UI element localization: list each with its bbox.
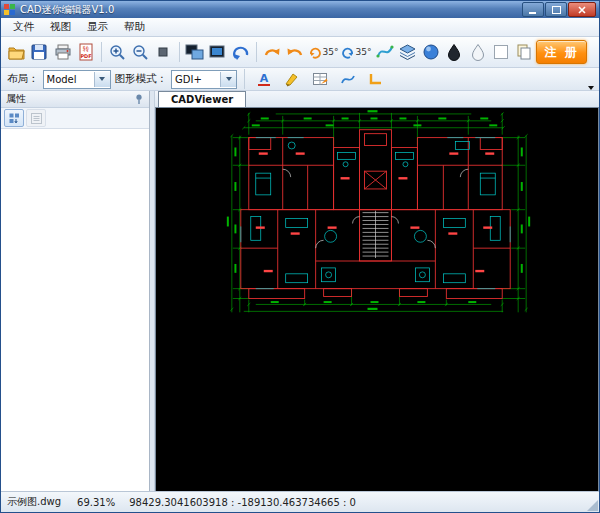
layers-button[interactable] bbox=[397, 39, 419, 65]
resize-grip[interactable] bbox=[587, 500, 598, 511]
graphics-mode-label: 图形模式： bbox=[115, 72, 168, 86]
print-button[interactable] bbox=[52, 39, 74, 65]
window-extents-button[interactable] bbox=[207, 39, 229, 65]
linetype-button[interactable] bbox=[308, 69, 332, 90]
menu-view[interactable]: 视图 bbox=[42, 19, 79, 35]
redo-rotate-button[interactable] bbox=[284, 39, 306, 65]
main-area: CADViewer bbox=[155, 91, 599, 491]
zoom-in-button[interactable] bbox=[106, 39, 128, 65]
register-button[interactable]: 注 册 bbox=[536, 40, 587, 64]
rotate-left-35-button[interactable]: 35° bbox=[308, 39, 340, 65]
window-fit-icon bbox=[185, 43, 204, 61]
title-bar: CAD迷你编辑器V1.0 bbox=[1, 1, 599, 18]
minimize-icon bbox=[529, 6, 537, 14]
open-folder-icon bbox=[7, 43, 26, 61]
zoom-in-icon bbox=[108, 43, 126, 61]
properties-list[interactable] bbox=[1, 129, 149, 491]
pan-back-button[interactable] bbox=[230, 39, 252, 65]
tab-cadviewer[interactable]: CADViewer bbox=[158, 91, 246, 107]
maximize-icon bbox=[552, 6, 561, 14]
properties-title: 属性 bbox=[6, 92, 26, 106]
tab-strip: CADViewer bbox=[155, 91, 599, 107]
rotate-right-35-button[interactable]: 35° bbox=[340, 39, 372, 65]
undo-arrow-icon bbox=[263, 43, 281, 61]
toolbar-separator bbox=[256, 42, 257, 62]
polyline-button[interactable] bbox=[336, 69, 360, 90]
ink-dark-button[interactable] bbox=[443, 39, 465, 65]
sort-categorized-button[interactable] bbox=[4, 109, 24, 127]
corner-icon bbox=[368, 71, 384, 87]
menu-display[interactable]: 显示 bbox=[79, 19, 116, 35]
toolbar-separator bbox=[244, 69, 245, 89]
menu-help[interactable]: 帮助 bbox=[116, 19, 153, 35]
sort-grid-icon bbox=[9, 113, 20, 124]
minimize-button[interactable] bbox=[522, 2, 544, 17]
app-icon bbox=[4, 4, 16, 16]
content-area: 属性 CADViewer bbox=[1, 91, 599, 491]
copy-icon bbox=[515, 43, 533, 61]
app-window: CAD迷你编辑器V1.0 文件 视图 显示 帮助 转PDF 35° 35° bbox=[0, 0, 600, 513]
ink-light-button[interactable] bbox=[466, 39, 488, 65]
stop-icon bbox=[154, 43, 172, 61]
status-coordinates: 98429.3041603918 : -189130.463734665 : 0 bbox=[129, 497, 356, 508]
layout-label: 布局： bbox=[7, 72, 39, 86]
linetype-grid-icon bbox=[312, 71, 328, 87]
background-white-button[interactable] bbox=[490, 39, 512, 65]
layout-select[interactable]: Model bbox=[43, 70, 111, 89]
close-button[interactable] bbox=[568, 2, 596, 17]
toolbar-separator bbox=[101, 42, 102, 62]
tab-list-dropdown[interactable] bbox=[588, 90, 594, 103]
undo-rotate-button[interactable] bbox=[261, 39, 283, 65]
layout-value: Model bbox=[44, 74, 94, 85]
rotate-left-angle: 35° bbox=[323, 47, 339, 57]
copy-button[interactable] bbox=[513, 39, 535, 65]
layout-select-arrow[interactable] bbox=[94, 72, 110, 87]
save-icon bbox=[30, 43, 48, 61]
status-bar: 示例图.dwg 69.31% 98429.3041603918 : -18913… bbox=[1, 491, 599, 512]
curve-icon bbox=[376, 43, 394, 61]
main-toolbar: 转PDF 35° 35° 注 册 bbox=[1, 37, 599, 68]
window-controls bbox=[522, 2, 596, 17]
cad-drawing bbox=[156, 108, 598, 491]
font-icon: A bbox=[256, 71, 272, 87]
rotate-left-icon bbox=[309, 46, 322, 59]
font-style-button[interactable]: A bbox=[252, 69, 276, 90]
maximize-button[interactable] bbox=[545, 2, 567, 17]
brush-icon bbox=[284, 71, 300, 87]
pan-back-icon bbox=[232, 43, 250, 61]
redo-arrow-icon bbox=[286, 43, 304, 61]
dark-drop-icon bbox=[445, 43, 463, 61]
convert-pdf-button[interactable]: 转PDF bbox=[75, 39, 97, 65]
white-square-icon bbox=[492, 43, 510, 61]
stop-button[interactable] bbox=[152, 39, 174, 65]
light-drop-icon bbox=[469, 43, 487, 61]
render-sphere-button[interactable] bbox=[420, 39, 442, 65]
stairs-and-doors bbox=[283, 169, 469, 258]
chevron-down-icon bbox=[99, 77, 105, 81]
open-button[interactable] bbox=[5, 39, 27, 65]
layers-icon bbox=[398, 43, 417, 61]
graphics-mode-select-arrow[interactable] bbox=[220, 72, 236, 87]
chevron-down-icon bbox=[226, 77, 232, 81]
status-zoom: 69.31% bbox=[77, 497, 115, 508]
window-fit-button[interactable] bbox=[183, 39, 205, 65]
options-bar: 布局： Model 图形模式： GDI+ A bbox=[1, 68, 599, 91]
window-title: CAD迷你编辑器V1.0 bbox=[20, 3, 114, 17]
corner-button[interactable] bbox=[364, 69, 388, 90]
cad-canvas[interactable] bbox=[155, 107, 599, 491]
window-extents-icon bbox=[208, 43, 227, 61]
pin-icon[interactable] bbox=[134, 94, 144, 105]
brush-button[interactable] bbox=[280, 69, 304, 90]
toolbar-separator bbox=[179, 42, 180, 62]
sort-alpha-button[interactable] bbox=[26, 109, 46, 127]
properties-panel: 属性 bbox=[1, 91, 150, 491]
svg-text:转: 转 bbox=[83, 45, 90, 53]
svg-text:A: A bbox=[260, 72, 269, 85]
zoom-out-button[interactable] bbox=[129, 39, 151, 65]
chevron-down-icon bbox=[588, 86, 594, 103]
menu-bar: 文件 视图 显示 帮助 bbox=[1, 18, 599, 37]
save-button[interactable] bbox=[28, 39, 50, 65]
menu-file[interactable]: 文件 bbox=[5, 19, 42, 35]
curve-tool-button[interactable] bbox=[373, 39, 395, 65]
graphics-mode-select[interactable]: GDI+ bbox=[171, 70, 237, 89]
